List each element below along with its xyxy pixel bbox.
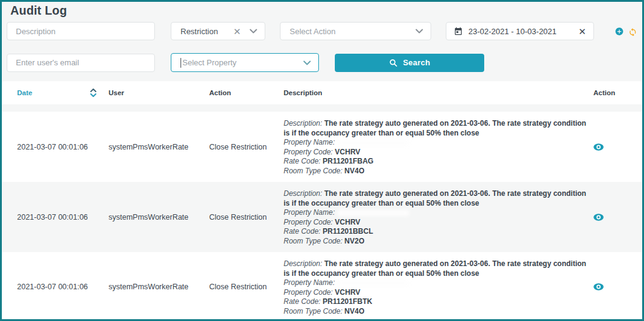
cell-description: Description: The rate strategy auto gene… xyxy=(268,182,590,252)
cell-user: systemPmsWorkerRate xyxy=(93,252,194,321)
room-type-code-line: Room Type Code: NV4O xyxy=(284,167,590,176)
cell-action: Close Restriction xyxy=(194,182,268,252)
user-email-input[interactable] xyxy=(7,54,155,72)
text-cursor xyxy=(181,58,181,68)
property-code-line: Property Code: VCHRV xyxy=(284,288,590,298)
description-text: Description: The rate strategy auto gene… xyxy=(284,189,587,208)
restriction-clear-icon[interactable]: ✕ xyxy=(233,27,241,36)
chevron-down-icon xyxy=(415,29,423,34)
filters-panel: Audit Log Restriction ✕ Select Action xyxy=(2,2,642,72)
cell-date: 2021-03-07 00:01:06 xyxy=(2,252,93,321)
eye-icon[interactable] xyxy=(593,283,604,290)
restriction-selected-value: Restriction xyxy=(181,27,233,36)
header-action-right: Action xyxy=(590,89,642,96)
property-code-line: Property Code: VCHRV xyxy=(284,218,590,228)
action-select[interactable]: Select Action xyxy=(280,22,431,40)
add-icon[interactable] xyxy=(615,27,624,36)
date-range-value: 23-02-2021 - 10-03-2021 xyxy=(468,27,578,36)
redacted-property-name xyxy=(337,210,409,216)
audit-log-table: Date User Action Description Action 2021… xyxy=(2,81,642,321)
table-header-row: Date User Action Description Action xyxy=(2,81,642,104)
calendar-icon xyxy=(454,27,463,36)
table-row: 2021-03-07 00:01:06 systemPmsWorkerRate … xyxy=(2,182,642,252)
cell-user: systemPmsWorkerRate xyxy=(93,182,194,252)
property-name-line: Property Name: xyxy=(284,138,590,148)
header-action: Action xyxy=(194,89,268,96)
search-button[interactable]: Search xyxy=(335,54,484,72)
date-clear-icon[interactable]: ✕ xyxy=(578,27,586,36)
restriction-select[interactable]: Restriction ✕ xyxy=(171,22,265,40)
cell-action: Close Restriction xyxy=(194,252,268,321)
description-filter-input[interactable] xyxy=(7,22,155,40)
header-date[interactable]: Date xyxy=(2,88,93,98)
rate-code-line: Rate Code: PR11201FBAG xyxy=(284,157,590,167)
cell-description: Description: The rate strategy auto gene… xyxy=(268,112,590,182)
action-select-placeholder: Select Action xyxy=(290,27,415,36)
cell-date: 2021-03-07 00:01:06 xyxy=(2,112,93,182)
refresh-icon[interactable] xyxy=(628,27,637,36)
header-date-label: Date xyxy=(17,89,32,96)
chevron-down-icon xyxy=(249,29,257,34)
page-title: Audit Log xyxy=(10,4,642,18)
table-row: 2021-03-07 00:01:06 systemPmsWorkerRate … xyxy=(2,112,642,182)
room-type-code-line: Room Type Code: NV4O xyxy=(284,307,590,317)
rate-code-line: Rate Code: PR11201BBCL xyxy=(284,227,590,237)
cell-description: Description: The rate strategy auto gene… xyxy=(268,252,590,321)
cell-date: 2021-03-07 00:01:06 xyxy=(2,182,93,252)
description-text: Description: The rate strategy auto gene… xyxy=(284,119,587,138)
property-name-line: Property Name: xyxy=(284,208,590,218)
rate-code-line: Rate Code: PR11201FBTK xyxy=(284,297,590,307)
redacted-property-name xyxy=(337,140,409,146)
eye-icon[interactable] xyxy=(593,143,604,151)
toolbar-icons xyxy=(615,27,642,36)
property-select-placeholder: Select Property xyxy=(182,58,303,67)
filter-row-2: Select Property Search xyxy=(2,53,642,72)
header-separator xyxy=(2,104,642,112)
cell-view-action xyxy=(590,252,642,321)
audit-log-page: Audit Log Restriction ✕ Select Action xyxy=(0,0,644,321)
header-description: Description xyxy=(268,89,590,96)
cell-action: Close Restriction xyxy=(194,112,268,182)
cell-user: systemPmsWorkerRate xyxy=(93,112,194,182)
cell-view-action xyxy=(590,112,642,182)
chevron-down-icon xyxy=(303,60,311,65)
table-row: 2021-03-07 00:01:06 systemPmsWorkerRate … xyxy=(2,252,642,321)
description-text: Description: The rate strategy auto gene… xyxy=(284,259,587,278)
property-name-line: Property Name: xyxy=(284,278,590,288)
search-button-label: Search xyxy=(403,58,431,67)
search-icon xyxy=(389,59,398,67)
eye-icon[interactable] xyxy=(593,214,604,221)
property-select[interactable]: Select Property xyxy=(171,53,319,72)
room-type-code-line: Room Type Code: NV2O xyxy=(284,237,590,247)
property-code-line: Property Code: VCHRV xyxy=(284,148,590,157)
cell-view-action xyxy=(590,182,642,252)
date-range-picker[interactable]: 23-02-2021 - 10-03-2021 ✕ xyxy=(446,22,594,40)
filter-row-1: Restriction ✕ Select Action 23-02-2021 -… xyxy=(2,22,642,40)
header-user: User xyxy=(93,89,194,96)
redacted-property-name xyxy=(337,280,409,286)
